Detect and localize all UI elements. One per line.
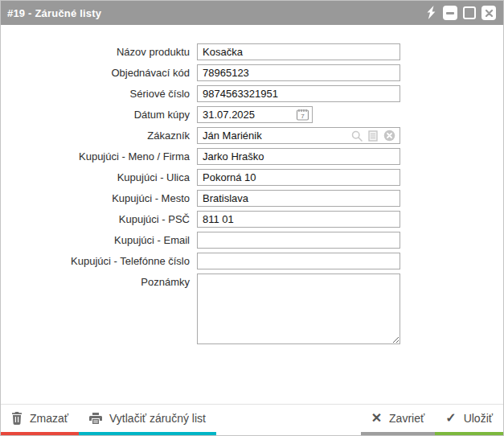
- check-icon: ✓: [445, 412, 456, 425]
- window-title: #19 - Záručné listy: [7, 7, 425, 19]
- field-label: Kupujúci - PSČ: [1, 213, 197, 225]
- window-controls: [425, 6, 496, 20]
- field-label: Kupujúci - Ulica: [1, 171, 197, 183]
- serial-number-input[interactable]: [197, 85, 400, 102]
- buyer-email-input[interactable]: [197, 232, 400, 249]
- field-row-buyer-name: Kupujúci - Meno / Firma: [1, 148, 503, 165]
- product-name-input[interactable]: [197, 43, 400, 60]
- close-dialog-button-label: Zavrieť: [389, 412, 424, 425]
- field-row-serial-number: Sériové číslo: [1, 85, 503, 102]
- sync-icon[interactable]: [425, 6, 437, 20]
- notes-textarea[interactable]: [197, 274, 400, 344]
- delete-button[interactable]: Zmazať: [1, 405, 79, 435]
- buyer-zip-input[interactable]: [197, 211, 400, 228]
- field-row-customer: Zákazník: [1, 127, 503, 144]
- search-icon[interactable]: [351, 130, 363, 142]
- footer-toolbar: Zmazať Vytlačiť záručný list ✕ Zavrieť ✓…: [1, 404, 503, 435]
- save-button-label: Uložiť: [464, 412, 493, 425]
- field-row-buyer-city: Kupujúci - Mesto: [1, 190, 503, 207]
- field-label: Kupujúci - Telefónne číslo: [1, 255, 197, 267]
- print-warranty-button[interactable]: Vytlačiť záručný list: [79, 405, 216, 435]
- printer-icon: [89, 413, 102, 425]
- field-label: Objednávací kód: [1, 67, 197, 79]
- field-label: Dátum kúpy: [1, 109, 197, 121]
- svg-text:7: 7: [301, 113, 305, 120]
- customer-lookup-actions: [351, 127, 395, 144]
- clear-icon[interactable]: [383, 130, 395, 142]
- buyer-street-input[interactable]: [197, 169, 400, 186]
- field-row-purchase-date: Dátum kúpy 7: [1, 106, 503, 123]
- field-row-notes: Poznámky: [1, 274, 503, 348]
- field-label: Kupujúci - Mesto: [1, 192, 197, 204]
- buyer-name-input[interactable]: [197, 148, 400, 165]
- field-row-buyer-zip: Kupujúci - PSČ: [1, 211, 503, 228]
- close-button[interactable]: [481, 6, 496, 20]
- details-icon[interactable]: [368, 130, 378, 142]
- field-row-buyer-street: Kupujúci - Ulica: [1, 169, 503, 186]
- footer-right-buttons: ✕ Zavrieť ✓ Uložiť: [361, 405, 503, 435]
- field-label: Názov produktu: [1, 46, 197, 58]
- warranty-dialog: #19 - Záručné listy Názov produktu Objed…: [0, 0, 504, 436]
- field-label: Poznámky: [1, 274, 197, 288]
- delete-button-label: Zmazať: [30, 412, 68, 425]
- field-label: Kupujúci - Email: [1, 234, 197, 246]
- field-row-buyer-email: Kupujúci - Email: [1, 232, 503, 249]
- titlebar[interactable]: #19 - Záručné listy: [1, 1, 503, 25]
- form-area: Názov produktu Objednávací kód Sériové č…: [1, 25, 503, 348]
- buyer-phone-input[interactable]: [197, 253, 400, 269]
- maximize-button[interactable]: [463, 6, 476, 19]
- field-label: Sériové číslo: [1, 88, 197, 100]
- footer-left-buttons: Zmazať Vytlačiť záručný list: [1, 405, 216, 435]
- close-dialog-button[interactable]: ✕ Zavrieť: [361, 405, 436, 435]
- field-label: Kupujúci - Meno / Firma: [1, 150, 197, 162]
- close-x-icon: ✕: [371, 412, 382, 425]
- field-row-order-code: Objednávací kód: [1, 64, 503, 81]
- order-code-input[interactable]: [197, 64, 400, 81]
- field-row-buyer-phone: Kupujúci - Telefónne číslo: [1, 253, 503, 269]
- buyer-city-input[interactable]: [197, 190, 400, 207]
- print-warranty-button-label: Vytlačiť záručný list: [109, 412, 206, 425]
- field-row-product-name: Názov produktu: [1, 43, 503, 60]
- save-button[interactable]: ✓ Uložiť: [435, 405, 503, 435]
- calendar-icon[interactable]: 7: [296, 109, 309, 121]
- trash-icon: [11, 412, 23, 425]
- minimize-button[interactable]: [443, 6, 457, 20]
- field-label: Zákazník: [1, 130, 197, 142]
